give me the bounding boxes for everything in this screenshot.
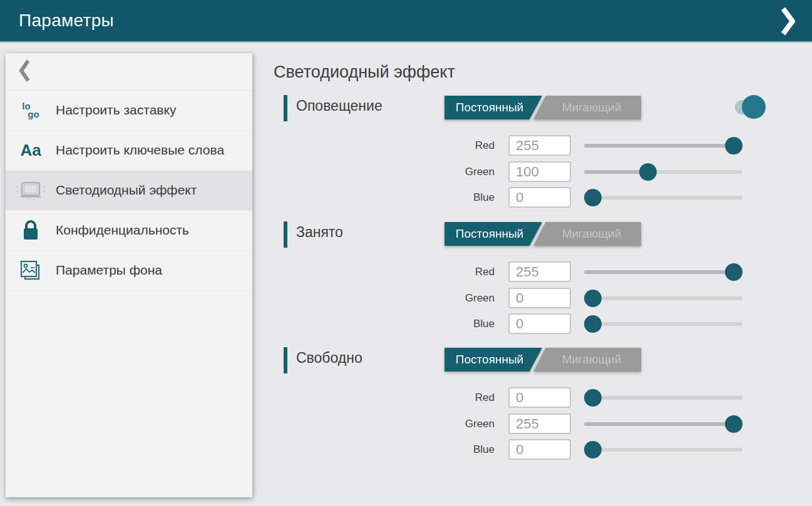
sidebar-item-label: Конфиденциальность	[56, 222, 189, 238]
channel-row-blue: Blue	[284, 187, 759, 208]
lock-icon	[22, 220, 39, 241]
channel-label: Green	[465, 166, 495, 178]
channel-slider[interactable]	[584, 161, 743, 183]
slider-track	[584, 196, 743, 200]
channel-label: Green	[465, 292, 495, 305]
images-icon	[19, 260, 42, 282]
page-title: Параметры	[0, 11, 114, 31]
sidebar-nav-list: logo Настроить заставку Aa Настроить клю…	[6, 91, 252, 291]
channel-slider[interactable]	[584, 413, 743, 435]
led-section: Оповещение Постоянный Мигающий Red Green…	[284, 94, 784, 219]
channel-row-red: Red	[284, 135, 759, 156]
mode-option-constant[interactable]: Постоянный	[445, 222, 542, 246]
channel-row-red: Red	[284, 387, 759, 408]
channel-row-green: Green	[284, 288, 759, 309]
main-title: Светодиодный эффект	[274, 63, 455, 82]
slider-thumb[interactable]	[584, 290, 602, 307]
sidebar-item-label: Параметры фона	[56, 262, 162, 278]
slider-thumb[interactable]	[584, 441, 602, 458]
mode-segmented-control: Постоянный Мигающий	[445, 348, 641, 372]
channel-value-input[interactable]	[508, 439, 571, 460]
channel-row-blue: Blue	[284, 439, 759, 460]
mode-segmented-control: Постоянный Мигающий	[445, 222, 641, 246]
channel-value-input[interactable]	[508, 161, 571, 182]
channel-slider[interactable]	[584, 187, 743, 208]
channel-label: Blue	[473, 443, 495, 456]
mode-option-constant[interactable]: Постоянный	[445, 348, 542, 372]
channel-label: Red	[475, 266, 495, 278]
sidebar-item-3[interactable]: Конфиденциальность	[6, 211, 252, 251]
led-section: Свободно Постоянный Мигающий Red Green B…	[284, 346, 784, 471]
sidebar-back-button[interactable]	[6, 53, 252, 91]
led-monitor-icon	[15, 180, 46, 201]
channel-label: Blue	[473, 191, 495, 204]
slider-track	[584, 296, 743, 300]
section-enable-toggle[interactable]	[735, 94, 766, 120]
mode-option-blinking[interactable]: Мигающий	[533, 222, 641, 246]
sidebar-item-label: Настроить ключевые слова	[56, 142, 224, 158]
slider-thumb[interactable]	[725, 415, 743, 433]
sidebar-item-label: Настроить заставку	[56, 102, 176, 118]
section-accent-bar	[284, 221, 287, 248]
channel-value-input[interactable]	[508, 387, 571, 408]
channel-value-input[interactable]	[508, 313, 571, 334]
slider-fill	[584, 170, 648, 174]
sidebar: logo Настроить заставку Aa Настроить клю…	[6, 53, 252, 497]
channel-value-input[interactable]	[508, 413, 571, 434]
mode-option-blinking[interactable]: Мигающий	[533, 348, 641, 372]
section-title: Свободно	[296, 350, 362, 367]
channel-slider[interactable]	[584, 261, 743, 283]
channel-row-green: Green	[284, 413, 759, 435]
channel-row-red: Red	[284, 261, 759, 283]
slider-track	[584, 322, 743, 326]
logo-icon: logo	[22, 103, 39, 119]
section-title: Оповещение	[296, 98, 383, 114]
channel-label: Red	[475, 392, 495, 404]
section-title: Занято	[296, 224, 343, 241]
slider-thumb[interactable]	[584, 389, 602, 407]
slider-track	[584, 396, 743, 400]
led-section: Занято Постоянный Мигающий Red Green Blu…	[284, 220, 784, 345]
sidebar-item-1[interactable]: Aa Настроить ключевые слова	[6, 131, 252, 171]
sidebar-item-2[interactable]: Светодиодный эффект	[6, 171, 252, 211]
channel-label: Blue	[473, 318, 495, 330]
slider-thumb[interactable]	[725, 263, 743, 281]
channel-label: Green	[465, 418, 495, 430]
channel-row-green: Green	[284, 161, 759, 183]
slider-thumb[interactable]	[639, 163, 657, 181]
chevron-right-icon[interactable]	[776, 8, 801, 35]
sidebar-item-0[interactable]: logo Настроить заставку	[6, 91, 252, 131]
app-header: Параметры	[0, 0, 812, 43]
mode-segmented-control: Постоянный Мигающий	[445, 96, 641, 119]
slider-fill	[584, 144, 734, 148]
channel-value-input[interactable]	[508, 288, 571, 308]
settings-window: Параметры logo Настроить заставку Aa Нас…	[0, 0, 812, 506]
channel-slider[interactable]	[584, 288, 743, 309]
section-accent-bar	[284, 347, 287, 373]
slider-thumb[interactable]	[584, 189, 602, 206]
channel-label: Red	[475, 139, 495, 152]
aa-icon: Aa	[20, 141, 41, 160]
channel-row-blue: Blue	[284, 313, 759, 335]
channel-value-input[interactable]	[508, 135, 571, 156]
slider-fill	[584, 270, 734, 274]
mode-option-constant[interactable]: Постоянный	[445, 96, 542, 119]
mode-option-blinking[interactable]: Мигающий	[533, 96, 641, 119]
slider-fill	[584, 422, 734, 426]
sidebar-item-label: Светодиодный эффект	[56, 182, 197, 198]
sidebar-item-4[interactable]: Параметры фона	[6, 251, 252, 291]
chevron-left-icon	[19, 59, 29, 84]
channel-slider[interactable]	[584, 387, 743, 408]
slider-thumb[interactable]	[584, 315, 602, 333]
channel-value-input[interactable]	[508, 261, 571, 282]
slider-track	[584, 448, 743, 452]
channel-slider[interactable]	[584, 313, 743, 335]
channel-value-input[interactable]	[508, 187, 571, 208]
channel-slider[interactable]	[584, 135, 743, 156]
channel-slider[interactable]	[584, 439, 743, 460]
slider-thumb[interactable]	[725, 137, 743, 154]
section-accent-bar	[284, 95, 287, 121]
toggle-knob	[742, 95, 766, 119]
